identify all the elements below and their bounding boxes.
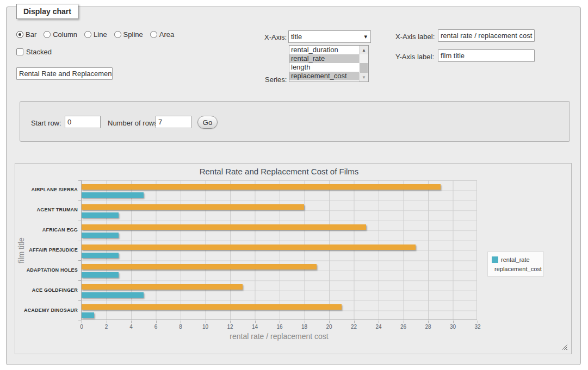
category-label: AFFAIR PREJUDICE xyxy=(21,247,78,253)
x-axis-tick-label: 20 xyxy=(321,324,337,330)
page: Display chart BarColumnLineSplineArea St… xyxy=(0,0,588,370)
chart-type-option-label: Spline xyxy=(123,30,143,39)
scroll-up-icon[interactable]: ▲ xyxy=(360,46,368,54)
legend-item-replacement_cost[interactable]: replacement_cost xyxy=(492,264,540,273)
category-label: ACADEMY DINOSAUR xyxy=(21,308,78,313)
x-axis-tick-label: 14 xyxy=(247,324,263,330)
x-axis-select[interactable]: title ▾ xyxy=(288,30,371,43)
x-axis-tick-label: 0 xyxy=(73,324,90,330)
num-rows-label: Number of rows: xyxy=(108,119,159,127)
start-row-label: Start row: xyxy=(31,119,61,127)
legend-swatch-icon xyxy=(492,256,498,263)
stacked-checkbox-row[interactable]: Stacked xyxy=(16,48,52,56)
chart-legend: rental_ratereplacement_cost xyxy=(487,252,544,277)
radio-icon xyxy=(44,31,51,38)
go-button[interactable]: Go xyxy=(197,116,218,129)
x-axis-tick xyxy=(181,321,181,323)
y-axis-tick xyxy=(78,260,82,261)
chart-type-option-spline[interactable]: Spline xyxy=(114,30,143,39)
x-axis-tick-label: 32 xyxy=(469,324,486,330)
x-axis-tick xyxy=(82,321,82,323)
x-axis-tick-label: 22 xyxy=(346,324,362,330)
legend-item-rental_rate[interactable]: rental_rate xyxy=(492,255,540,264)
x-axis-tick-label: 30 xyxy=(445,324,461,330)
x-axis-tick xyxy=(107,321,107,323)
x-axis-label-input[interactable]: rental rate / replacement cost xyxy=(438,29,535,42)
legend-label: rental_rate xyxy=(501,256,530,263)
bar-rental_rate xyxy=(82,272,119,278)
chart-type-option-label: Area xyxy=(159,30,174,39)
bar-replacement_cost xyxy=(82,184,441,190)
chart-type-group: BarColumnLineSplineArea xyxy=(16,30,179,39)
fieldset-legend-title: Display chart xyxy=(16,4,78,19)
num-rows-input[interactable]: 7 xyxy=(156,116,191,128)
bar-rental_rate xyxy=(82,233,119,238)
x-axis-label-label: X-Axis label: xyxy=(395,33,435,41)
y-axis-tick xyxy=(78,221,82,221)
start-row-input[interactable]: 0 xyxy=(65,116,101,128)
x-axis-tick-label: 4 xyxy=(123,324,139,330)
series-select-label: Series: xyxy=(265,76,287,84)
x-axis-tick xyxy=(354,321,355,323)
x-axis-tick-label: 18 xyxy=(296,324,313,330)
stacked-label: Stacked xyxy=(26,48,52,56)
x-axis-tick-label: 8 xyxy=(172,324,189,330)
bar-replacement_cost xyxy=(82,204,304,210)
radio-icon xyxy=(114,31,121,38)
chart-type-option-area[interactable]: Area xyxy=(150,30,174,39)
x-axis-tick-label: 10 xyxy=(197,324,214,330)
x-axis-tick xyxy=(206,321,206,323)
x-axis-tick xyxy=(428,321,429,323)
category-label: AIRPLANE SIERRA xyxy=(21,187,78,192)
chart-type-option-line[interactable]: Line xyxy=(84,30,107,39)
category-label: ACE GOLDFINGER xyxy=(21,287,78,293)
plot-area: AIRPLANE SIERRAAGENT TRUMANAFRICAN EGGAF… xyxy=(81,180,477,320)
series-scrollbar[interactable]: ▲ ▼ xyxy=(359,46,368,81)
chart-type-option-label: Line xyxy=(94,30,107,39)
chart-title-input[interactable]: Rental Rate and Replacement Cost of Film… xyxy=(16,67,113,80)
bar-rental_rate xyxy=(82,253,119,258)
x-axis-tick xyxy=(329,321,330,323)
stacked-checkbox[interactable] xyxy=(16,48,23,55)
x-axis-tick xyxy=(379,321,379,323)
resize-handle[interactable] xyxy=(561,344,567,350)
x-axis-tick xyxy=(255,321,256,323)
x-axis-select-label: X-Axis: xyxy=(264,33,287,41)
series-listbox[interactable]: rental_durationrental_ratelengthreplacem… xyxy=(289,45,369,82)
bar-rental_rate xyxy=(82,192,144,198)
x-axis-title: rental rate / replacement cost xyxy=(81,332,477,341)
x-axis-tick-label: 2 xyxy=(98,324,115,330)
y-axis-tick xyxy=(78,280,82,281)
x-axis-tick-label: 16 xyxy=(271,324,288,330)
x-axis-tick-label: 6 xyxy=(148,324,164,330)
bar-replacement_cost xyxy=(82,224,366,230)
series-option-rental_rate[interactable]: rental_rate xyxy=(289,54,359,63)
bar-replacement_cost xyxy=(82,244,416,250)
x-axis-tick-label: 24 xyxy=(370,324,387,330)
chart-type-option-bar[interactable]: Bar xyxy=(16,30,36,39)
legend-label: replacement_cost xyxy=(494,266,542,272)
y-axis-title: film title xyxy=(17,221,26,280)
x-axis-tick xyxy=(478,321,478,323)
category-label: ADAPTATION HOLES xyxy=(21,267,78,273)
series-option-rental_duration[interactable]: rental_duration xyxy=(289,46,359,54)
y-axis-label-input[interactable]: film title xyxy=(438,49,535,62)
y-axis-tick xyxy=(78,300,82,301)
chart-type-option-column[interactable]: Column xyxy=(44,30,77,39)
x-axis-tick xyxy=(230,321,231,323)
x-axis-tick xyxy=(404,321,404,323)
x-axis-tick xyxy=(280,321,280,323)
scrollbar-thumb[interactable] xyxy=(360,63,368,73)
radio-icon xyxy=(16,31,23,38)
series-option-replacement_cost[interactable]: replacement_cost xyxy=(289,72,359,80)
bar-replacement_cost xyxy=(82,284,243,290)
series-option-length[interactable]: length xyxy=(289,63,359,72)
x-axis-tick-label: 12 xyxy=(222,324,238,330)
x-axis-tick xyxy=(156,321,157,323)
bar-replacement_cost xyxy=(82,264,317,269)
radio-icon xyxy=(84,31,91,38)
scroll-down-icon[interactable]: ▼ xyxy=(360,73,368,81)
x-axis-tick xyxy=(305,321,305,323)
x-axis-tick-label: 26 xyxy=(395,324,412,330)
x-axis-selected-value: title xyxy=(291,33,364,41)
